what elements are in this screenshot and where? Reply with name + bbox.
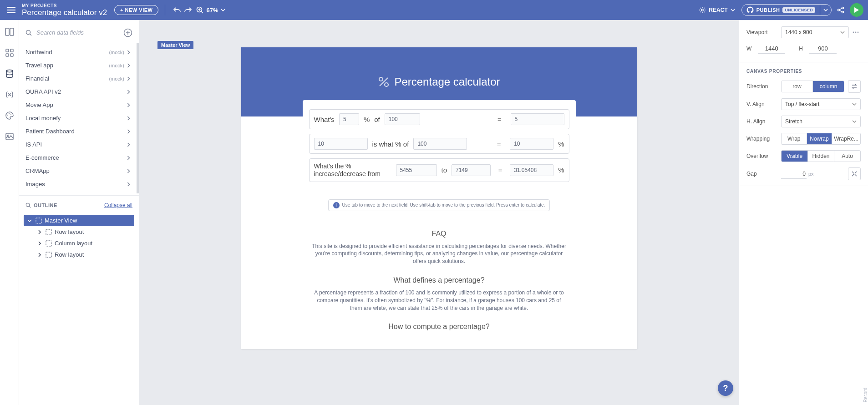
zoom-control[interactable]: 67% <box>196 6 225 14</box>
record-tab[interactable]: Record <box>863 388 868 402</box>
overflow-control: Visible Hidden Auto <box>781 150 861 162</box>
datasource-item[interactable]: Local monefy <box>19 111 137 125</box>
tree-item[interactable]: Master View <box>24 215 134 226</box>
rail-components[interactable] <box>4 47 15 58</box>
menu-toggle[interactable] <box>5 7 18 13</box>
tree-item[interactable]: Row layout <box>34 249 134 260</box>
publish-dropdown[interactable] <box>820 5 831 15</box>
datasource-item[interactable]: IS API <box>19 138 137 151</box>
direction-swap[interactable] <box>848 80 861 93</box>
datasource-item[interactable]: Images <box>19 177 137 191</box>
tree-caret-icon[interactable] <box>36 253 43 257</box>
rail-variables[interactable] <box>4 89 15 100</box>
publish-group: PUBLISH UNLICENSED <box>741 4 832 16</box>
overflow-visible[interactable]: Visible <box>782 151 808 162</box>
row2-input1[interactable] <box>314 138 368 150</box>
viewport-more[interactable] <box>853 31 861 33</box>
datasource-item[interactable]: Travel app(mock) <box>19 59 137 72</box>
row1-input2[interactable] <box>385 113 420 125</box>
tree-item[interactable]: Column layout <box>34 238 134 249</box>
rail-assets[interactable] <box>4 131 15 142</box>
rail-projects[interactable] <box>4 26 15 37</box>
wrapping-control: Wrap Nowrap WrapRe... <box>781 133 861 145</box>
leftrail <box>0 20 19 405</box>
svg-point-13 <box>9 113 10 114</box>
new-view-button[interactable]: + NEW VIEW <box>114 5 158 15</box>
license-badge: UNLICENSED <box>782 7 815 13</box>
rail-theme[interactable] <box>4 110 15 121</box>
gap-split-button[interactable] <box>848 167 861 180</box>
tree-caret-icon[interactable] <box>36 230 43 234</box>
row1-input1[interactable] <box>339 113 359 125</box>
width-input[interactable] <box>758 44 785 54</box>
outline-tree: Master ViewRow layoutColumn layoutRow la… <box>19 213 139 265</box>
datasource-item[interactable]: CRMApp <box>19 164 137 177</box>
help-fab[interactable]: ? <box>718 380 733 396</box>
add-datasource-button[interactable] <box>123 28 132 37</box>
row3-input2[interactable] <box>452 164 491 176</box>
datasource-item[interactable]: Northwind(mock) <box>19 46 137 59</box>
datasource-item[interactable]: Patient Dashboard <box>19 125 137 138</box>
datasource-item[interactable]: E-commerce <box>19 151 137 164</box>
preview-frame[interactable]: Percentage calculator What's % of = <box>241 47 637 349</box>
view-label[interactable]: Master View <box>157 41 193 49</box>
publish-label: PUBLISH <box>756 7 780 13</box>
project-title: Percentage calculator v2 <box>22 8 107 17</box>
datasource-item[interactable]: Financial(mock) <box>19 72 137 85</box>
search-input[interactable] <box>36 27 120 38</box>
publish-button[interactable]: PUBLISH UNLICENSED <box>742 6 820 14</box>
height-input[interactable] <box>809 44 837 54</box>
halign-select[interactable]: Stretch <box>781 116 861 127</box>
datasource-name: Northwind <box>25 49 109 56</box>
chevron-right-icon <box>127 116 130 121</box>
framework-label: REACT <box>709 7 727 13</box>
redo-button[interactable] <box>183 5 193 15</box>
overflow-auto[interactable]: Auto <box>834 151 860 162</box>
outline-title: OUTLINE <box>25 202 104 208</box>
row2-result[interactable] <box>510 138 553 150</box>
row1-result[interactable] <box>511 113 564 125</box>
framework-selector[interactable]: REACT <box>699 6 735 14</box>
overflow-hidden[interactable]: Hidden <box>808 151 834 162</box>
width-label: W <box>746 46 751 52</box>
run-button[interactable] <box>850 3 863 17</box>
tree-caret-icon[interactable] <box>26 219 33 222</box>
row2-input2[interactable] <box>413 138 467 150</box>
hamburger-icon <box>7 7 15 13</box>
datasource-name: OURA API v2 <box>25 88 127 95</box>
hint-text: Use tab to move to the next field. Use s… <box>342 202 545 208</box>
collapse-all-link[interactable]: Collapse all <box>104 202 132 208</box>
gap-input[interactable] <box>781 169 807 179</box>
svg-point-17 <box>26 30 30 35</box>
svg-rect-7 <box>6 49 9 52</box>
row3-result[interactable] <box>510 164 553 176</box>
direction-row[interactable]: row <box>782 81 813 92</box>
viewport-select[interactable]: 1440 x 900 <box>781 26 849 38</box>
direction-column[interactable]: column <box>813 81 844 92</box>
canvas-area[interactable]: Master View Percentage calculator What's… <box>139 20 739 405</box>
wrapreverse-option[interactable]: WrapRe... <box>832 133 860 144</box>
image-icon <box>5 132 14 141</box>
chevron-down-icon <box>852 120 857 123</box>
svg-rect-5 <box>5 28 9 35</box>
layout-icon <box>46 252 52 258</box>
search-icon <box>25 202 31 208</box>
tree-caret-icon[interactable] <box>36 241 43 246</box>
row3-input1[interactable] <box>396 164 437 176</box>
datasource-item[interactable]: Movie App <box>19 98 137 111</box>
datasource-name: Movie App <box>25 101 127 108</box>
svg-rect-9 <box>6 54 9 56</box>
share-button[interactable] <box>837 6 844 14</box>
wrap-option[interactable]: Wrap <box>782 133 807 144</box>
faq-heading: What defines a percentage? <box>312 276 567 284</box>
rail-data[interactable] <box>4 68 15 79</box>
valign-select[interactable]: Top / flex-start <box>781 98 861 110</box>
breadcrumb-parent[interactable]: MY PROJECTS <box>22 3 107 8</box>
tree-item[interactable]: Row layout <box>34 226 134 238</box>
chevron-down-icon <box>221 9 225 11</box>
nowrap-option[interactable]: Nowrap <box>807 133 832 144</box>
datasource-name: E-commerce <box>25 154 127 161</box>
undo-button[interactable] <box>172 5 183 15</box>
datasource-item[interactable]: OURA API v2 <box>19 85 137 98</box>
hint-box: i Use tab to move to the next field. Use… <box>328 199 550 211</box>
